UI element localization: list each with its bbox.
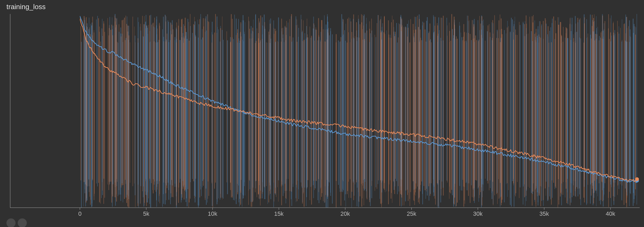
svg-text:40k: 40k: [606, 210, 615, 217]
chart-footer-controls: [6, 218, 27, 227]
plot-area[interactable]: 05k10k15k20k25k30k35k40k: [10, 14, 640, 217]
svg-text:10k: 10k: [208, 210, 217, 217]
svg-text:15k: 15k: [274, 210, 284, 217]
chart-panel: training_loss 05k10k15k20k25k30k35k40k: [0, 0, 644, 227]
svg-point-902: [635, 177, 639, 181]
svg-text:25k: 25k: [407, 210, 416, 217]
chart-action-button-2[interactable]: [18, 218, 27, 227]
chart-action-button-1[interactable]: [6, 218, 16, 227]
svg-text:0: 0: [78, 210, 82, 217]
svg-text:30k: 30k: [473, 210, 483, 217]
chart-title: training_loss: [6, 3, 46, 11]
svg-text:20k: 20k: [340, 210, 350, 217]
line-chart[interactable]: 05k10k15k20k25k30k35k40k: [10, 14, 640, 217]
svg-text:5k: 5k: [143, 210, 150, 217]
svg-text:35k: 35k: [539, 210, 549, 217]
